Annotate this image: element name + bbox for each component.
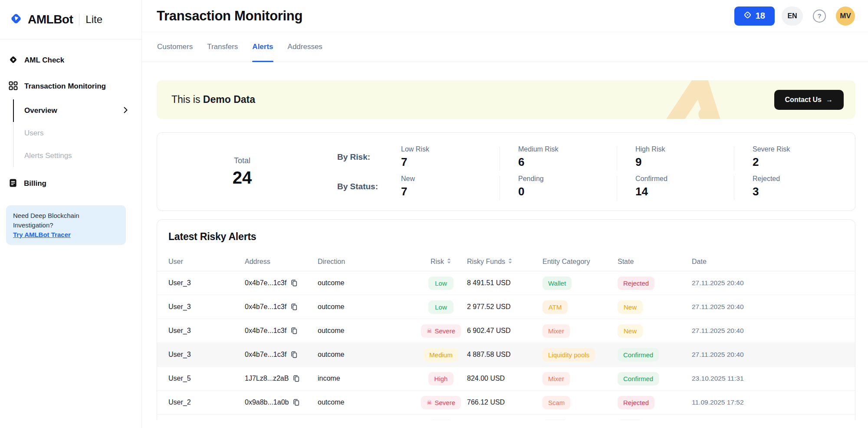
copy-icon[interactable] [290, 351, 298, 359]
table-row[interactable]: User_3 0x4b7e...1c3f outcome ☠ Severe 6 … [157, 319, 855, 343]
copy-icon[interactable] [290, 303, 298, 311]
risk-badge: Low [428, 300, 454, 314]
address-text: 0x4b7e...1c3f [245, 327, 286, 335]
diamond-icon [9, 55, 18, 66]
brand-divider [79, 13, 79, 26]
cell-risk: Low [415, 300, 467, 314]
sidebar-item-aml-check[interactable]: AML Check [9, 51, 133, 70]
entity-badge [542, 420, 568, 421]
cell-entity-category: Mixer [542, 372, 618, 385]
tracer-promo-text: Need Deep Blockchain Investigation? [13, 211, 119, 230]
copy-icon[interactable] [290, 327, 298, 335]
topbar: Transaction Monitoring 18 EN ? MV [142, 0, 868, 32]
brand[interactable]: AMLBot Lite [0, 0, 141, 40]
state-badge: Rejected [618, 277, 654, 290]
stat-pending: Pending 0 [518, 175, 635, 198]
amlbot-watermark-icon [665, 80, 739, 119]
cell-user: User_3 [168, 351, 245, 359]
table-row[interactable]: User_3 0x4b7e...1c3f outcome Medium 4 88… [157, 343, 855, 367]
state-badge: New [618, 324, 643, 338]
stat-confirmed: Confirmed 14 [635, 175, 753, 198]
entity-badge: ATM [542, 300, 568, 314]
address-text: 0x9a8b...1a0b [245, 398, 289, 406]
col-date: Date [692, 258, 844, 266]
billing-icon [9, 178, 17, 189]
cell-address: 0x4b7e...1c3f [245, 279, 318, 287]
grid-icon [9, 81, 18, 92]
col-risk[interactable]: Risk [415, 258, 467, 266]
language-button[interactable]: EN [782, 7, 803, 26]
entity-badge: Liquidity pools [542, 348, 595, 362]
sidebar-item-billing[interactable]: Billing [9, 174, 133, 193]
address-text: 0x4b7e...1c3f [245, 303, 286, 311]
cell-risky-funds: 2 977.52 USD [467, 303, 542, 311]
cell-risk: Medium [415, 348, 467, 362]
cell-risky-funds: 824.00 USD [467, 375, 542, 382]
state-badge [618, 420, 643, 421]
table-row[interactable]: User_5 1J7Lz8...z2aB income High 824.00 … [157, 367, 855, 391]
cell-risk: ☠ Severe [415, 324, 467, 338]
stat-total-label: Total [234, 156, 250, 165]
table-row[interactable] [157, 415, 855, 420]
sidebar-item-label: Users [24, 129, 43, 138]
tab-customers[interactable]: Customers [157, 32, 193, 62]
cell-state: Rejected [618, 277, 692, 290]
help-button[interactable]: ? [810, 7, 829, 26]
tab-addresses[interactable]: Addresses [288, 32, 322, 62]
sidebar-item-transaction-monitoring[interactable]: Transaction Monitoring [9, 77, 133, 96]
copy-icon[interactable] [293, 375, 300, 382]
cell-state: New [618, 300, 692, 314]
tab-transfers[interactable]: Transfers [207, 32, 238, 62]
table-row[interactable]: User_3 0x4b7e...1c3f outcome Low 2 977.5… [157, 295, 855, 319]
stat-high-risk: High Risk 9 [635, 145, 753, 169]
contact-us-button[interactable]: Contact Us → [774, 90, 844, 110]
cell-address: 1J7Lz8...z2aB [245, 375, 318, 382]
cell-entity-category: Wallet [542, 277, 618, 290]
sidebar-item-label: AML Check [24, 56, 64, 65]
cell-entity-category: Mixer [542, 324, 618, 338]
cell-user: User_3 [168, 279, 245, 287]
cell-risk: Low [415, 277, 467, 290]
state-badge: New [618, 300, 643, 314]
content: This is Demo Data Contact Us → [142, 62, 868, 428]
stat-medium-risk: Medium Risk 6 [518, 145, 635, 169]
copy-icon[interactable] [293, 398, 300, 406]
cell-entity-category [542, 420, 618, 421]
table-row[interactable]: User_3 0x4b7e...1c3f outcome Low 8 491.5… [157, 271, 855, 295]
table-title: Latest Risky Alerts [168, 231, 844, 243]
cell-date: 11.09.2025 17:52 [692, 398, 844, 406]
cell-direction: outcome [318, 303, 415, 311]
risk-badge: Medium [424, 348, 458, 362]
copy-icon[interactable] [290, 279, 298, 287]
cell-address: 0x4b7e...1c3f [245, 351, 318, 359]
demo-data-banner: This is Demo Data Contact Us → [157, 80, 855, 119]
credits-button[interactable]: 18 [734, 7, 775, 26]
tracer-promo-link[interactable]: Try AMLBot Tracer [13, 231, 71, 238]
cell-direction: outcome [318, 279, 415, 287]
stat-new: New 7 [401, 175, 518, 198]
latest-risky-alerts-card: Latest Risky Alerts User Address Directi… [157, 219, 855, 420]
sidebar-item-overview[interactable]: Overview [13, 99, 133, 122]
cell-risky-funds: 766.12 USD [467, 398, 542, 406]
entity-badge: Wallet [542, 277, 572, 290]
tab-alerts[interactable]: Alerts [252, 32, 273, 62]
cell-risky-funds: 6 902.47 USD [467, 327, 542, 335]
col-direction: Direction [318, 258, 415, 266]
sidebar-item-users[interactable]: Users [13, 122, 133, 145]
help-icon: ? [813, 10, 826, 23]
cell-entity-category: Liquidity pools [542, 348, 618, 362]
cell-address: 0x4b7e...1c3f [245, 303, 318, 311]
risk-badge: High [428, 372, 454, 385]
cell-state: Confirmed [618, 372, 692, 385]
col-risky-funds[interactable]: Risky Funds [467, 258, 542, 266]
sidebar-item-label: Overview [24, 106, 57, 115]
avatar[interactable]: MV [836, 7, 855, 26]
skull-icon: ☠ [427, 399, 432, 405]
cell-user: User_3 [168, 303, 245, 311]
brand-suffix: Lite [85, 13, 102, 26]
stats-breakdown: By Risk: Low Risk 7 Medium Risk 6 High R… [293, 145, 868, 198]
cell-entity-category: Scam [542, 396, 618, 409]
table-row[interactable]: User_2 0x9a8b...1a0b outcome ☠ Severe 76… [157, 391, 855, 415]
sidebar-item-alerts-settings[interactable]: Alerts Settings [13, 145, 133, 167]
cell-direction: outcome [318, 327, 415, 335]
